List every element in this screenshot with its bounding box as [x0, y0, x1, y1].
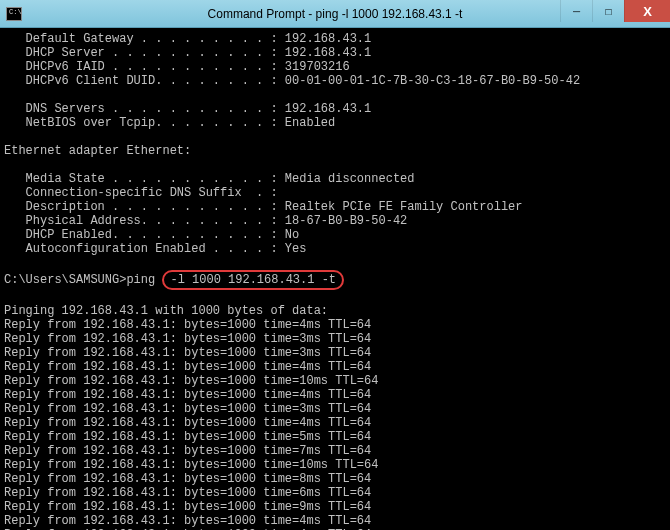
physical-address-line: Physical Address. . . . . . . . . : 18-6…: [4, 214, 407, 228]
dhcpv6-duid-line: DHCPv6 Client DUID. . . . . . . . : 00-0…: [4, 74, 580, 88]
media-state-line: Media State . . . . . . . . . . . : Medi…: [4, 172, 414, 186]
netbios-line: NetBIOS over Tcpip. . . . . . . . : Enab…: [4, 116, 335, 130]
minimize-button[interactable]: ─: [560, 0, 592, 22]
default-gateway-line: Default Gateway . . . . . . . . . : 192.…: [4, 32, 371, 46]
ping-reply: Reply from 192.168.43.1: bytes=1000 time…: [4, 514, 371, 528]
terminal-output[interactable]: Default Gateway . . . . . . . . . : 192.…: [0, 28, 670, 530]
ping-reply: Reply from 192.168.43.1: bytes=1000 time…: [4, 346, 371, 360]
ping-reply: Reply from 192.168.43.1: bytes=1000 time…: [4, 458, 378, 472]
ping-reply: Reply from 192.168.43.1: bytes=1000 time…: [4, 402, 371, 416]
adapter-header: Ethernet adapter Ethernet:: [4, 144, 191, 158]
ping-reply: Reply from 192.168.43.1: bytes=1000 time…: [4, 332, 371, 346]
command-prompt-line: C:\Users\SAMSUNG>ping -l 1000 192.168.43…: [4, 273, 344, 287]
prompt-path: C:\Users\SAMSUNG>: [4, 273, 126, 287]
ping-command-highlight: -l 1000 192.168.43.1 -t: [162, 270, 344, 290]
ping-reply: Reply from 192.168.43.1: bytes=1000 time…: [4, 430, 371, 444]
ping-reply: Reply from 192.168.43.1: bytes=1000 time…: [4, 444, 371, 458]
ping-reply: Reply from 192.168.43.1: bytes=1000 time…: [4, 472, 371, 486]
dns-servers-line: DNS Servers . . . . . . . . . . . : 192.…: [4, 102, 371, 116]
dhcp-enabled-line: DHCP Enabled. . . . . . . . . . . : No: [4, 228, 299, 242]
ping-reply: Reply from 192.168.43.1: bytes=1000 time…: [4, 500, 371, 514]
description-line: Description . . . . . . . . . . . : Real…: [4, 200, 523, 214]
titlebar: C:\ Command Prompt - ping -l 1000 192.16…: [0, 0, 670, 28]
ping-reply: Reply from 192.168.43.1: bytes=1000 time…: [4, 318, 371, 332]
dhcpv6-iaid-line: DHCPv6 IAID . . . . . . . . . . . : 3197…: [4, 60, 350, 74]
ping-reply: Reply from 192.168.43.1: bytes=1000 time…: [4, 360, 371, 374]
dhcp-server-line: DHCP Server . . . . . . . . . . . : 192.…: [4, 46, 371, 60]
cmd-prefix: ping: [126, 273, 162, 287]
ping-reply: Reply from 192.168.43.1: bytes=1000 time…: [4, 388, 371, 402]
autoconfig-line: Autoconfiguration Enabled . . . . : Yes: [4, 242, 306, 256]
maximize-button[interactable]: □: [592, 0, 624, 22]
ping-header: Pinging 192.168.43.1 with 1000 bytes of …: [4, 304, 328, 318]
window-buttons: ─ □ X: [560, 0, 670, 22]
dns-suffix-line: Connection-specific DNS Suffix . :: [4, 186, 278, 200]
ping-reply: Reply from 192.168.43.1: bytes=1000 time…: [4, 374, 378, 388]
ping-reply: Reply from 192.168.43.1: bytes=1000 time…: [4, 416, 371, 430]
ping-reply: Reply from 192.168.43.1: bytes=1000 time…: [4, 486, 371, 500]
close-button[interactable]: X: [624, 0, 670, 22]
